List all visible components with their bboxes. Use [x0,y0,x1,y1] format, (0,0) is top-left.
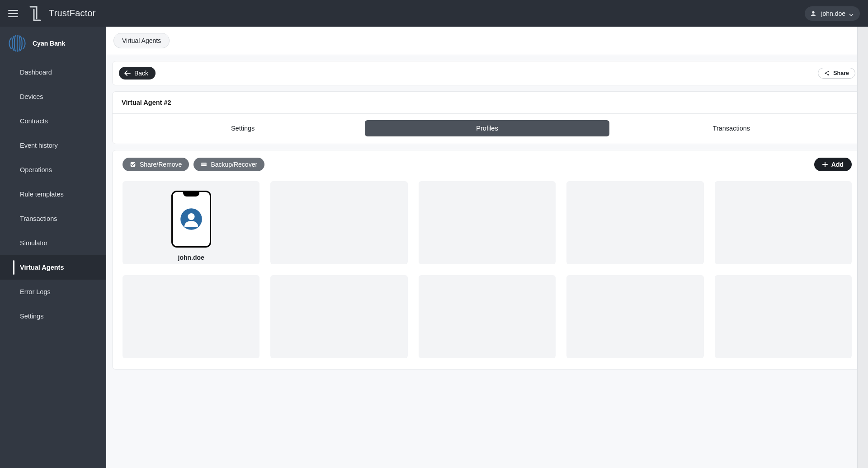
avatar-icon [179,207,203,231]
breadcrumb-current[interactable]: Virtual Agents [113,33,170,48]
share-button[interactable]: Share [818,68,855,79]
plus-icon [822,162,828,167]
chevron-down-icon [849,11,854,16]
arrow-left-icon [124,70,131,76]
profile-card[interactable]: john.doe [123,181,259,264]
org-logo [6,33,28,54]
phone-outline-icon [171,191,211,248]
profile-placeholder [566,275,703,358]
profile-placeholder [715,275,852,358]
profiles-actions: Share/Remove Backup/Recover [123,158,852,171]
sidebar-item-transactions[interactable]: Transactions [0,206,106,231]
nav-list: Dashboard Devices Contracts Event histor… [0,60,106,328]
trustfactor-logo-icon [28,5,43,22]
backup-recover-button[interactable]: Backup/Recover [193,158,264,171]
svg-point-8 [188,213,194,220]
tab-settings[interactable]: Settings [121,120,365,136]
sidebar-item-virtual-agents[interactable]: Virtual Agents [0,255,106,280]
sidebar-item-simulator[interactable]: Simulator [0,231,106,255]
card-icon [201,161,207,168]
profile-placeholder [566,181,703,264]
app-name: TrustFactor [49,8,96,19]
sidebar-item-event-history[interactable]: Event history [0,133,106,158]
header-panel: Back Share [112,61,862,85]
user-username: john.doe [821,10,845,17]
sidebar: Cyan Bank Dashboard Devices Contracts Ev… [0,27,106,468]
breadcrumb-bar: Virtual Agents [106,27,868,55]
tab-row: Settings Profiles Transactions [113,114,862,144]
sidebar-item-devices[interactable]: Devices [0,84,106,109]
org-header: Cyan Bank [0,27,106,60]
add-button[interactable]: Add [814,158,852,171]
sidebar-item-rule-templates[interactable]: Rule templates [0,182,106,206]
share-icon [824,70,830,76]
scrollbar[interactable] [857,27,868,468]
svg-point-0 [812,11,815,13]
user-menu[interactable]: john.doe [805,6,860,21]
app-logo [27,5,43,23]
org-name: Cyan Bank [33,40,65,47]
profile-name: john.doe [178,254,204,261]
tab-transactions[interactable]: Transactions [609,120,854,136]
entity-panel: Virtual Agent #2 Settings Profiles Trans… [112,91,862,144]
user-icon [809,9,817,18]
menu-toggle[interactable] [8,9,18,19]
org-logo-icon [6,33,28,54]
sidebar-item-contracts[interactable]: Contracts [0,109,106,133]
tab-profiles[interactable]: Profiles [365,120,609,136]
share-remove-button[interactable]: Share/Remove [123,158,189,171]
sidebar-item-settings[interactable]: Settings [0,304,106,328]
profile-placeholder [419,275,556,358]
check-square-icon [130,161,136,168]
profile-placeholder [419,181,556,264]
profile-placeholder [715,181,852,264]
main-content: Virtual Agents Back Share [106,27,868,468]
profiles-panel: Share/Remove Backup/Recover [112,150,862,370]
sidebar-item-error-logs[interactable]: Error Logs [0,280,106,304]
topbar: TrustFactor john.doe [0,0,868,27]
profiles-grid: john.doe [123,181,852,358]
svg-rect-6 [202,164,207,164]
profile-placeholder [270,275,407,358]
entity-title: Virtual Agent #2 [113,92,862,114]
profile-placeholder [123,275,259,358]
profile-placeholder [270,181,407,264]
sidebar-item-operations[interactable]: Operations [0,158,106,182]
back-button[interactable]: Back [119,67,156,80]
sidebar-item-dashboard[interactable]: Dashboard [0,60,106,84]
